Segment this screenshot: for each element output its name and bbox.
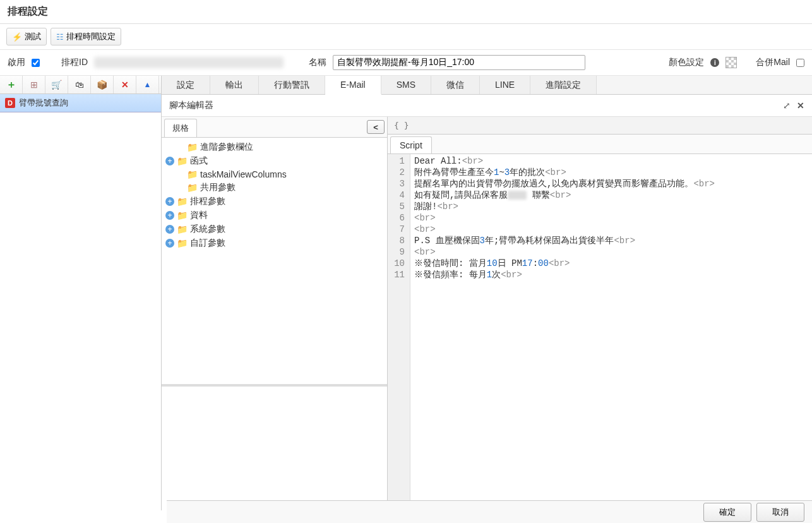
tab-advanced[interactable]: 進階設定 xyxy=(530,76,597,94)
code-tab-script[interactable]: Script xyxy=(390,136,432,153)
page-title: 排程設定 xyxy=(0,0,812,24)
schedule-id-value xyxy=(94,57,284,68)
tree-column: 規格 < + 📁 進階參數欄位 + 📁 函式 + xyxy=(162,117,388,510)
tab-settings[interactable]: 設定 xyxy=(162,76,210,94)
tab-sms[interactable]: SMS xyxy=(381,76,431,94)
main-layout: ＋ ⊞ 🛒 🛍 📦 ✕ ▲ D 臂帶批號查詢 設定 輸出 行動警訊 E-Mail… xyxy=(0,76,812,510)
editor-header: 腳本編輯器 ⤢ ✕ xyxy=(162,95,812,117)
list-item-cuff-batch-query[interactable]: D 臂帶批號查詢 xyxy=(0,94,161,112)
export-button[interactable]: 🛍 xyxy=(68,76,91,93)
info-icon[interactable]: i xyxy=(710,58,719,67)
color-label: 顏色設定 xyxy=(669,57,704,68)
tree-node-schedule-params[interactable]: + 📁 排程參數 xyxy=(162,195,387,208)
close-icon[interactable]: ✕ xyxy=(797,100,804,111)
basket-in-icon: 🛒 xyxy=(51,80,62,90)
schedule-id-label: 排程ID xyxy=(61,57,88,68)
braces-icon[interactable]: { } xyxy=(394,121,409,130)
expand-icon[interactable]: + xyxy=(165,197,174,206)
folder-icon: 📁 xyxy=(177,224,188,234)
left-panel: ＋ ⊞ 🛒 🛍 📦 ✕ ▲ D 臂帶批號查詢 xyxy=(0,76,162,510)
folder-icon: 📁 xyxy=(187,169,198,179)
tree-node-advanced-param-fields[interactable]: + 📁 進階參數欄位 xyxy=(162,140,387,154)
tab-mobile-alert[interactable]: 行動警訊 xyxy=(259,76,325,94)
folder-icon: 📁 xyxy=(177,238,188,248)
editor-title: 腳本編輯器 xyxy=(169,100,213,111)
folder-icon: 📁 xyxy=(187,183,198,193)
expand-icon[interactable]: + xyxy=(165,157,174,165)
tab-output[interactable]: 輸出 xyxy=(210,76,259,94)
collapse-left-button[interactable]: < xyxy=(367,120,385,134)
gutter: 1234567891011 xyxy=(388,154,410,510)
enable-label: 啟用 xyxy=(8,57,25,68)
code-column: { } Script 1234567891011 Dear All:<br> 附… xyxy=(388,117,812,510)
tree-node-functions[interactable]: + 📁 函式 xyxy=(162,154,387,168)
tree-scroll[interactable]: + 📁 進階參數欄位 + 📁 函式 + 📁 taskMailViewColumn… xyxy=(162,138,387,384)
tree-node-label: 排程參數 xyxy=(190,196,225,207)
chevron-left-icon: < xyxy=(373,123,378,132)
merge-mail-label: 合併Mail xyxy=(756,57,790,68)
x-icon: ✕ xyxy=(121,80,129,90)
tree-node-label: taskMailViewColumns xyxy=(200,169,287,179)
ok-button[interactable]: 確定 xyxy=(703,503,751,522)
expand-icon[interactable]: ⤢ xyxy=(783,100,791,111)
tab-email[interactable]: E-Mail xyxy=(325,76,381,95)
name-label: 名稱 xyxy=(309,57,326,68)
triangle-up-icon: ▲ xyxy=(144,80,152,89)
plus-icon: ＋ xyxy=(6,78,16,92)
tab-wechat[interactable]: 微信 xyxy=(431,76,480,94)
name-input[interactable] xyxy=(333,55,585,70)
tree-node-system-params[interactable]: + 📁 系統參數 xyxy=(162,222,387,236)
basket-out-icon: 🛍 xyxy=(75,80,84,90)
tree-icon: ⊞ xyxy=(30,80,38,90)
form-row: 啟用 排程ID 名稱 顏色設定 i 合併Mail xyxy=(0,50,812,76)
right-panel: 設定 輸出 行動警訊 E-Mail SMS 微信 LINE 進階設定 腳本編輯器… xyxy=(162,76,812,510)
collapse-up-button[interactable]: ▲ xyxy=(136,76,159,93)
schedule-time-label: 排程時間設定 xyxy=(66,31,116,42)
expand-icon[interactable]: + xyxy=(165,225,174,234)
tree-tab-spec[interactable]: 規格 xyxy=(164,119,197,137)
color-swatch[interactable] xyxy=(725,57,737,68)
code-lines[interactable]: Dear All:<br> 附件為臂帶生產至今1~3年的批次<br> 提醒名單內… xyxy=(410,154,719,510)
tree-node-label: 自訂參數 xyxy=(190,237,225,249)
tree-tab-row: 規格 < xyxy=(162,117,387,138)
folder-icon: 📁 xyxy=(177,156,188,166)
footer: 確定 取消 xyxy=(167,500,812,523)
lightning-icon: ⚡ xyxy=(12,32,22,42)
cancel-button[interactable]: 取消 xyxy=(756,503,804,522)
schedule-time-button[interactable]: ☷ 排程時間設定 xyxy=(51,28,121,45)
editor-body: 規格 < + 📁 進階參數欄位 + 📁 函式 + xyxy=(162,117,812,510)
expand-icon[interactable]: + xyxy=(165,239,174,248)
tree-node-label: 共用參數 xyxy=(200,182,236,193)
package-icon: 📦 xyxy=(97,80,107,90)
tree-node-label: 進階參數欄位 xyxy=(200,141,253,153)
delete-button[interactable]: ✕ xyxy=(114,76,136,93)
expand-icon[interactable]: + xyxy=(165,211,174,220)
tree-bottom-panel xyxy=(162,384,387,510)
folder-icon: 📁 xyxy=(177,196,188,207)
d-badge-icon: D xyxy=(5,98,15,108)
tree-node-shared-params[interactable]: + 📁 共用參數 xyxy=(162,181,387,195)
calendar-icon: ☷ xyxy=(56,32,64,42)
merge-mail-checkbox[interactable] xyxy=(796,59,804,67)
add-button[interactable]: ＋ xyxy=(0,76,23,93)
redacted-name xyxy=(508,191,527,200)
package-button[interactable]: 📦 xyxy=(91,76,114,93)
list-item-label: 臂帶批號查詢 xyxy=(19,97,68,109)
test-button[interactable]: ⚡ 測試 xyxy=(6,28,47,45)
tree-node-label: 函式 xyxy=(190,155,208,167)
folder-icon: 📁 xyxy=(177,210,188,220)
code-area[interactable]: 1234567891011 Dear All:<br> 附件為臂帶生產至今1~3… xyxy=(388,154,812,510)
code-tab-row: Script xyxy=(388,135,812,154)
tree-node-custom-params[interactable]: + 📁 自訂參數 xyxy=(162,236,387,250)
tab-line[interactable]: LINE xyxy=(480,76,530,94)
top-toolbar: ⚡ 測試 ☷ 排程時間設定 xyxy=(0,24,812,50)
tree-node-label: 系統參數 xyxy=(190,224,225,235)
tree-node-taskmailviewcolumns[interactable]: + 📁 taskMailViewColumns xyxy=(162,168,387,181)
tree-node-data[interactable]: + 📁 資料 xyxy=(162,208,387,222)
tree-button[interactable]: ⊞ xyxy=(23,76,45,93)
left-icon-toolbar: ＋ ⊞ 🛒 🛍 📦 ✕ ▲ xyxy=(0,76,161,94)
folder-icon: 📁 xyxy=(187,142,198,152)
enable-checkbox[interactable] xyxy=(32,59,40,67)
import-button[interactable]: 🛒 xyxy=(45,76,68,93)
tab-bar: 設定 輸出 行動警訊 E-Mail SMS 微信 LINE 進階設定 xyxy=(162,76,812,95)
